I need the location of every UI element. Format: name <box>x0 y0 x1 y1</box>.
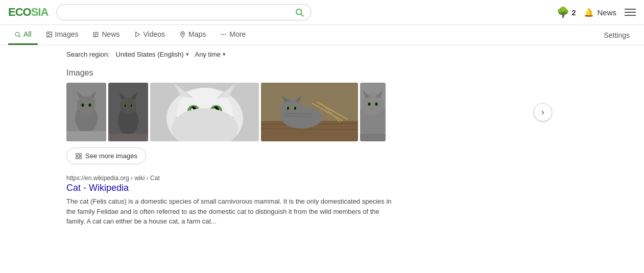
svg-point-29 <box>120 98 136 114</box>
images-icon <box>46 31 53 38</box>
cat-image-2[interactable] <box>108 83 148 141</box>
tab-more-label: More <box>229 30 246 38</box>
svg-point-83 <box>375 103 377 106</box>
nav-tabs: All Images News Videos Maps More Setting… <box>0 25 644 45</box>
svg-rect-89 <box>79 157 81 159</box>
svg-point-21 <box>82 104 84 107</box>
search-button[interactable] <box>295 8 304 17</box>
tab-maps[interactable]: Maps <box>173 25 212 45</box>
images-strip: › <box>66 83 578 141</box>
tab-more[interactable]: More <box>214 25 252 45</box>
svg-point-82 <box>368 103 370 106</box>
tab-images[interactable]: Images <box>40 25 85 45</box>
svg-point-16 <box>77 96 96 115</box>
images-label: Images <box>66 68 578 78</box>
svg-marker-9 <box>135 32 139 37</box>
svg-point-10 <box>182 33 183 34</box>
settings-label: Settings <box>604 31 630 39</box>
tab-news-label: News <box>102 30 120 38</box>
videos-icon <box>134 31 141 38</box>
cat1-svg <box>66 83 106 141</box>
time-dropdown[interactable]: Any time ▾ <box>195 51 226 58</box>
bell-icon: 🔔 <box>584 8 594 17</box>
search-input[interactable]: cats <box>64 8 295 17</box>
cat2-svg <box>108 83 148 141</box>
image-next-button[interactable]: › <box>534 103 552 121</box>
time-value: Any time <box>195 51 221 58</box>
menu-button[interactable] <box>625 9 636 16</box>
logo[interactable]: ECOSIA <box>8 6 48 19</box>
maps-icon <box>179 31 186 38</box>
filters-row: Search region: United States (English) ▾… <box>0 45 644 63</box>
svg-point-13 <box>225 34 226 34</box>
svg-rect-85 <box>360 134 386 141</box>
svg-point-2 <box>15 32 19 36</box>
tab-news[interactable]: News <box>86 25 126 45</box>
svg-point-35 <box>131 105 132 107</box>
main-content: Images <box>0 63 644 237</box>
svg-rect-26 <box>66 131 106 141</box>
tab-images-label: Images <box>55 30 79 38</box>
cat3-svg <box>150 83 259 141</box>
region-dropdown[interactable]: United States (English) ▾ <box>116 51 189 58</box>
region-label: Search region: <box>66 51 110 58</box>
news-button[interactable]: 🔔 News <box>584 8 616 17</box>
svg-rect-86 <box>76 153 78 155</box>
svg-line-1 <box>301 14 303 16</box>
see-more-label: See more images <box>85 152 137 160</box>
region-value: United States (English) <box>116 51 184 58</box>
tree-count: 2 <box>571 8 576 17</box>
result-snippet: The cat (Felis catus) is a domestic spec… <box>66 196 393 227</box>
svg-point-71 <box>294 107 296 110</box>
time-chevron-icon: ▾ <box>223 51 226 58</box>
search-bar: cats <box>56 4 312 20</box>
hamburger-line <box>625 15 636 16</box>
tab-all-label: All <box>23 30 32 38</box>
images-section: Images <box>66 68 578 164</box>
header: ECOSIA cats 🌳 2 🔔 News <box>0 0 644 25</box>
cat4-svg <box>261 83 358 141</box>
svg-rect-87 <box>79 153 81 155</box>
svg-point-22 <box>89 104 91 107</box>
result-url: https://en.wikipedia.org › wiki › Cat <box>66 175 578 182</box>
svg-rect-88 <box>76 157 78 159</box>
header-right: 🌳 2 🔔 News <box>557 6 636 18</box>
tab-videos-label: Videos <box>144 30 165 38</box>
cat-image-4[interactable] <box>261 83 358 141</box>
cat-image-5[interactable] <box>360 83 386 141</box>
news-label: News <box>597 8 616 17</box>
tab-all[interactable]: All <box>8 25 38 45</box>
svg-point-11 <box>221 34 222 34</box>
svg-rect-37 <box>108 134 148 141</box>
svg-point-34 <box>125 105 126 107</box>
tree-icon: 🌳 <box>557 6 569 18</box>
region-chevron-icon: ▾ <box>186 51 189 58</box>
search-result: https://en.wikipedia.org › wiki › Cat Ca… <box>66 175 578 227</box>
svg-point-12 <box>223 34 224 34</box>
hamburger-line <box>625 12 636 13</box>
hamburger-line <box>625 9 636 10</box>
cat5-svg <box>360 83 386 141</box>
more-icon <box>220 31 227 38</box>
cat-image-1[interactable] <box>66 83 106 141</box>
all-icon <box>14 31 21 38</box>
settings-button[interactable]: Settings <box>598 26 636 44</box>
tab-videos[interactable]: Videos <box>128 25 172 45</box>
svg-point-5 <box>47 33 49 34</box>
see-more-icon <box>75 153 82 160</box>
tree-counter: 🌳 2 <box>557 6 576 18</box>
tab-maps-label: Maps <box>188 30 206 38</box>
svg-point-70 <box>287 107 289 110</box>
news-nav-icon <box>92 31 99 38</box>
see-more-images-button[interactable]: See more images <box>66 147 146 164</box>
svg-line-3 <box>19 35 20 37</box>
cat-image-3[interactable] <box>150 83 259 141</box>
result-title[interactable]: Cat - Wikipedia <box>66 183 578 193</box>
